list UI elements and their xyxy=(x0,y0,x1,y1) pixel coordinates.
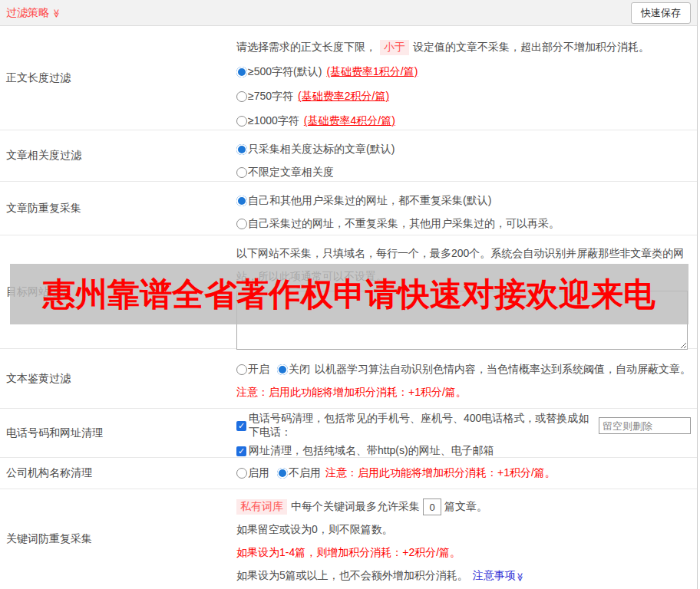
less-than-badge: 小于 xyxy=(380,40,409,55)
row-relevance-filter: 文章相关度过滤 只采集相关度达标的文章(默认) 不限定文章相关度 xyxy=(0,130,697,182)
row-content-length-filter: 正文长度过滤 请选择需求的正文长度下限， 小于 设定值的文章不采集，超出部分不增… xyxy=(0,26,697,130)
header-bar: 过滤策略 ≫ 快速保存 xyxy=(0,0,697,26)
checkbox-checked-icon[interactable]: ✓ xyxy=(236,446,246,456)
radio-icon[interactable] xyxy=(236,364,247,375)
rate-note: (基础费率1积分/篇) xyxy=(326,65,418,79)
notes-link[interactable]: 注意事项≫ xyxy=(473,569,525,583)
row-keyword-dedup: 关键词防重复采集 私有词库 中每个关键词最多允许采集 篇文章。 如果留空或设为0… xyxy=(0,489,697,589)
row-label: 正文长度过滤 xyxy=(0,26,236,130)
length-option-500[interactable]: ≥500字符(默认) (基础费率1积分/篇) xyxy=(236,60,691,84)
radio-icon[interactable] xyxy=(236,116,247,127)
relevance-option-strict[interactable]: 只采集相关度达标的文章(默认) xyxy=(236,138,691,161)
filter-strategy-page: 过滤策略 ≫ 快速保存 正文长度过滤 请选择需求的正文长度下限， 小于 设定值的… xyxy=(0,0,698,589)
radio-selected-icon[interactable] xyxy=(277,364,288,375)
company-clean-on-label[interactable]: 启用 xyxy=(248,466,269,480)
radio-icon[interactable] xyxy=(236,167,247,178)
radio-selected-icon[interactable] xyxy=(277,468,288,479)
length-option-750[interactable]: ≥750字符 (基础费率2积分/篇) xyxy=(236,84,691,109)
row-article-dedup: 文章防重复采集 自己和其他用户采集过的网址，都不重复采集(默认) 自己采集过的网… xyxy=(0,182,697,235)
keyword-dedup-line2: 如果留空或设为0，则不限篇数。 xyxy=(236,518,691,541)
keyword-dedup-line4: 如果设为5篇或以上，也不会额外增加积分消耗。 xyxy=(236,569,468,583)
phone-clean-label: 电话号码清理，包括常见的手机号、座机号、400电话格式，或替换成如下电话： xyxy=(249,412,596,439)
replacement-phone-input[interactable] xyxy=(599,417,691,434)
row-label: 公司机构名称清理 xyxy=(0,458,236,489)
rate-note: (基础费率2积分/篇) xyxy=(298,90,389,104)
quick-save-button[interactable]: 快速保存 xyxy=(631,2,691,24)
length-intro: 请选择需求的正文长度下限， 小于 设定值的文章不采集，超出部分不增加积分消耗。 xyxy=(236,35,691,60)
porn-filter-on-label[interactable]: 开启 xyxy=(248,363,269,377)
row-label: 目标网站过滤 xyxy=(0,235,236,348)
company-clean-off-label[interactable]: 不启用 xyxy=(289,466,321,480)
dedup-option-all[interactable]: 自己和其他用户采集过的网址，都不重复采集(默认) xyxy=(236,189,691,212)
row-label: 文章相关度过滤 xyxy=(0,130,236,181)
row-label: 文本鉴黄过滤 xyxy=(0,349,236,408)
radio-selected-icon[interactable] xyxy=(236,196,247,206)
page-title-text: 过滤策略 xyxy=(6,6,49,20)
max-articles-input[interactable] xyxy=(423,499,441,515)
porn-filter-desc: 以机器学习算法自动识别色情内容，当色情概率达到系统阈值，自动屏蔽文章。 xyxy=(315,363,691,377)
radio-selected-icon[interactable] xyxy=(236,67,247,77)
rate-note: (基础费率4积分/篇) xyxy=(304,114,395,128)
page-title[interactable]: 过滤策略 ≫ xyxy=(6,6,61,20)
url-clean-label: 网址清理，包括纯域名、带http(s)的网址、电子邮箱 xyxy=(249,444,494,458)
radio-icon[interactable] xyxy=(236,91,247,102)
row-phone-url-clean: 电话号码和网址清理 ✓ 电话号码清理，包括常见的手机号、座机号、400电话格式，… xyxy=(0,409,697,458)
excluded-sites-textarea[interactable] xyxy=(236,291,688,350)
row-target-site-filter: 目标网站过滤 以下网站不采集，只填域名，每行一个，最多200个。系统会自动识别并… xyxy=(0,235,697,349)
radio-icon[interactable] xyxy=(236,468,247,479)
keyword-dedup-line3: 如果设为1-4篇，则增加积分消耗：+2积分/篇。 xyxy=(236,541,691,564)
row-label: 电话号码和网址清理 xyxy=(0,409,236,457)
checkbox-checked-icon[interactable]: ✓ xyxy=(236,421,246,431)
row-company-clean: 公司机构名称清理 启用 不启用 注意：启用此功能将增加积分消耗：+1积分/篇。 xyxy=(0,458,697,489)
private-thesaurus-badge[interactable]: 私有词库 xyxy=(236,499,287,515)
radio-selected-icon[interactable] xyxy=(236,144,247,155)
company-clean-note: 注意：启用此功能将增加积分消耗：+1积分/篇。 xyxy=(325,466,556,480)
porn-filter-note: 注意：启用此功能将增加积分消耗：+1积分/篇。 xyxy=(236,381,691,404)
chevron-down-icon: ≫ xyxy=(516,573,524,582)
target-sites-description: 以下网站不采集，只填域名，每行一个，最多200个。系统会自动识别并屏蔽那些非文章… xyxy=(236,242,688,288)
row-label: 关键词防重复采集 xyxy=(0,489,236,589)
row-porn-filter: 文本鉴黄过滤 开启 关闭 以机器学习算法自动识别色情内容，当色情概率达到系统阈值… xyxy=(0,349,697,409)
chevron-down-icon: ≫ xyxy=(52,9,61,18)
relevance-option-any[interactable]: 不限定文章相关度 xyxy=(236,161,691,184)
porn-filter-off-label[interactable]: 关闭 xyxy=(289,363,310,377)
dedup-option-self[interactable]: 自己采集过的网址，不重复采集，其他用户采集过的，可以再采。 xyxy=(236,212,691,235)
row-label: 文章防重复采集 xyxy=(0,182,236,235)
radio-icon[interactable] xyxy=(236,219,247,229)
